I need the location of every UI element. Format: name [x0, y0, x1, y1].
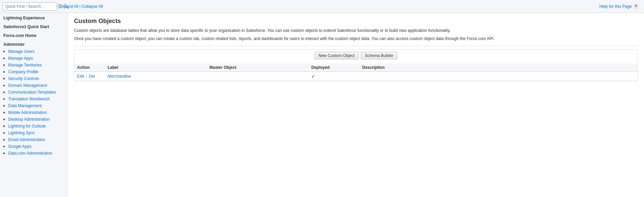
- arrow-icon: ►: [3, 70, 7, 74]
- arrow-icon: ►: [3, 97, 7, 101]
- arrow-icon: ►: [3, 144, 7, 149]
- sidebar-item-lightning-for-outlook[interactable]: ► Lightning for Outlook: [0, 123, 68, 130]
- expand-collapse-controls: Expand All | Collapse All: [59, 4, 103, 9]
- sidebar-item-datacom-administration[interactable]: ► Data.com Administration: [0, 150, 68, 157]
- arrow-icon: ►: [3, 151, 7, 155]
- sidebar-item-security-controls[interactable]: ► Security Controls: [0, 75, 68, 82]
- expand-all-link[interactable]: Expand All: [59, 4, 78, 9]
- deployed-checkmark: ✓: [311, 74, 315, 79]
- sidebar-item-company-profile[interactable]: ► Company Profile: [0, 68, 68, 75]
- help-label: Help for this Page: [600, 4, 632, 9]
- sidebar-link-data-management[interactable]: Data Management: [8, 103, 42, 108]
- arrow-icon: ►: [3, 56, 7, 60]
- arrow-icon: ►: [3, 83, 7, 87]
- custom-objects-table: Action Label Master Object Deployed Desc…: [74, 63, 638, 81]
- sidebar-item-mobile-administration[interactable]: ► Mobile Administration: [0, 109, 68, 116]
- col-header-label: Label: [105, 63, 207, 72]
- sidebar-link-datacom-administration[interactable]: Data.com Administration: [8, 151, 52, 156]
- sidebar-section-salesforce1: Salesforce1 Quick Start: [0, 22, 68, 31]
- sidebar-link-manage-apps[interactable]: Manage Apps: [8, 56, 33, 61]
- edit-action-link[interactable]: Edit: [77, 74, 84, 79]
- help-icon: ?: [633, 4, 639, 9]
- toolbar-area: New Custom Object Schema Builder: [74, 50, 638, 61]
- sidebar-link-manage-users[interactable]: Manage Users: [8, 49, 35, 54]
- sidebar-item-manage-territories[interactable]: ► Manage Territories: [0, 62, 68, 68]
- help-for-page-link[interactable]: Help for this Page ?: [600, 4, 641, 9]
- col-header-description: Description: [360, 63, 638, 72]
- sidebar-item-data-management[interactable]: ► Data Management: [0, 102, 68, 109]
- description-text-1: Custom objects are database tables that …: [74, 27, 638, 34]
- sidebar-item-manage-users[interactable]: ► Manage Users: [0, 48, 68, 55]
- table-cell-deployed: ✓: [309, 72, 360, 81]
- arrow-icon: ►: [3, 131, 7, 135]
- sidebar-link-translation-workbench[interactable]: Translation Workbench: [8, 97, 50, 101]
- action-separator: |: [86, 74, 88, 79]
- sidebar-section-lightning-experience: Lightning Experience: [0, 13, 68, 22]
- main-layout: Lightning Experience Salesforce1 Quick S…: [0, 13, 644, 197]
- table-cell-action: Edit | Del: [74, 72, 105, 81]
- sidebar-section-forcecom: Force.com Home: [0, 31, 68, 39]
- sidebar-item-email-administration[interactable]: ► Email Administration: [0, 136, 68, 143]
- sidebar-item-domain-management[interactable]: ► Domain Management: [0, 82, 68, 89]
- arrow-icon: ►: [3, 117, 7, 121]
- sidebar-link-lightning-for-outlook[interactable]: Lightning for Outlook: [8, 124, 46, 129]
- sidebar-item-translation-workbench[interactable]: ► Translation Workbench: [0, 96, 68, 102]
- sidebar-link-desktop-administration[interactable]: Desktop Administration: [8, 117, 50, 122]
- sidebar-section-administer: Administer: [0, 39, 68, 48]
- del-action-link[interactable]: Del: [89, 74, 95, 79]
- arrow-icon: ►: [3, 63, 7, 67]
- top-bar: ⓘ 🔍 Expand All | Collapse All Help for t…: [0, 0, 644, 13]
- sidebar-link-mobile-administration[interactable]: Mobile Administration: [8, 110, 47, 115]
- col-header-deployed: Deployed: [309, 63, 360, 72]
- sidebar-link-email-administration[interactable]: Email Administration: [8, 137, 45, 142]
- schema-builder-button[interactable]: Schema Builder: [361, 52, 397, 59]
- page-title: Custom Objects: [74, 18, 638, 25]
- new-custom-object-button[interactable]: New Custom Object: [315, 52, 358, 59]
- sidebar-link-security-controls[interactable]: Security Controls: [8, 76, 39, 81]
- sidebar-item-manage-apps[interactable]: ► Manage Apps: [0, 55, 68, 62]
- table-container: New Custom Object Schema Builder Action …: [74, 50, 638, 81]
- arrow-icon: ►: [3, 90, 7, 94]
- arrow-icon: ►: [3, 124, 7, 128]
- sidebar-link-google-apps[interactable]: Google Apps: [8, 144, 32, 149]
- table-cell-description: [360, 72, 638, 81]
- table-header-row: Action Label Master Object Deployed Desc…: [74, 63, 638, 72]
- sidebar-link-lightning-sync[interactable]: Lightning Sync: [8, 131, 35, 135]
- search-box: ⓘ 🔍: [3, 2, 57, 11]
- arrow-icon: ►: [3, 50, 7, 54]
- table-row: Edit | Del Merchandise ✓: [74, 72, 638, 81]
- section-divider: [74, 46, 638, 46]
- arrow-icon: ►: [3, 77, 7, 81]
- description-text-2: Once you have created a custom object, y…: [74, 36, 638, 42]
- arrow-icon: ►: [3, 138, 7, 142]
- sidebar-link-communication-templates[interactable]: Communication Templates: [8, 90, 56, 95]
- collapse-all-link[interactable]: Collapse All: [82, 4, 103, 9]
- search-input[interactable]: [5, 4, 56, 9]
- table-cell-label: Merchandise: [105, 72, 207, 81]
- sidebar-item-google-apps[interactable]: ► Google Apps: [0, 143, 68, 150]
- content-area: Custom Objects Custom objects are databa…: [68, 13, 644, 197]
- sidebar-link-manage-territories[interactable]: Manage Territories: [8, 63, 42, 67]
- col-header-master-object: Master Object: [207, 63, 309, 72]
- sidebar-item-desktop-administration[interactable]: ► Desktop Administration: [0, 116, 68, 123]
- arrow-icon: ►: [3, 111, 7, 115]
- table-cell-master-object: [207, 72, 309, 81]
- sidebar-link-company-profile[interactable]: Company Profile: [8, 70, 38, 74]
- sidebar: Lightning Experience Salesforce1 Quick S…: [0, 13, 68, 197]
- arrow-icon: ►: [3, 104, 7, 108]
- object-label-link[interactable]: Merchandise: [108, 74, 131, 79]
- sidebar-item-communication-templates[interactable]: ► Communication Templates: [0, 89, 68, 96]
- sidebar-link-domain-management[interactable]: Domain Management: [8, 83, 47, 88]
- col-header-action: Action: [74, 63, 105, 72]
- sidebar-item-lightning-sync[interactable]: ► Lightning Sync: [0, 130, 68, 136]
